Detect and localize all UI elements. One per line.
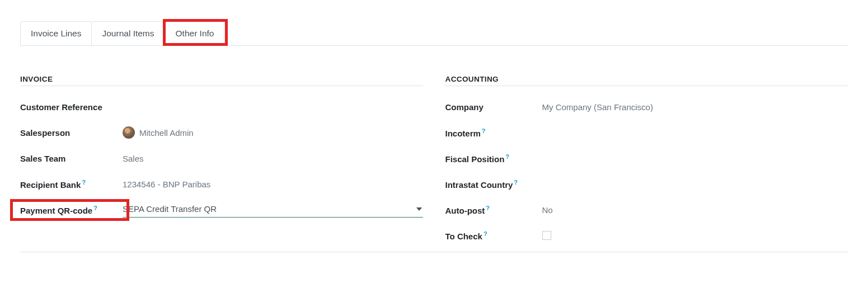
field-auto-post: Auto-post? No (445, 200, 848, 219)
payment-qr-code-select[interactable]: SEPA Credit Transfer QR (123, 202, 423, 218)
recipient-bank-value[interactable]: 1234546 - BNP Paribas (123, 180, 423, 189)
incoterm-label: Incoterm? (445, 128, 542, 138)
chevron-down-icon (416, 207, 422, 211)
form-other-info: INVOICE Customer Reference Salesperson M… (20, 46, 848, 252)
field-recipient-bank: Recipient Bank? 1234546 - BNP Paribas (20, 174, 423, 193)
help-icon[interactable]: ? (93, 205, 97, 211)
help-icon[interactable]: ? (514, 179, 518, 186)
section-invoice: INVOICE Customer Reference Salesperson M… (20, 75, 423, 252)
help-icon[interactable]: ? (484, 230, 487, 237)
salesperson-name: Mitchell Admin (139, 128, 194, 138)
help-icon[interactable]: ? (82, 179, 86, 186)
help-icon[interactable]: ? (482, 128, 486, 134)
field-fiscal-position: Fiscal Position? (445, 149, 848, 168)
tab-journal-items[interactable]: Journal Items (91, 21, 165, 46)
company-label: Company (445, 102, 542, 112)
company-value[interactable]: My Company (San Francisco) (542, 102, 848, 112)
header-cutoff: Journal Customer Invoices in USD (20, 0, 848, 2)
payment-qr-code-label: Payment QR-code? (20, 205, 97, 215)
auto-post-value[interactable]: No (542, 205, 848, 215)
salesperson-value[interactable]: Mitchell Admin (123, 126, 423, 139)
tab-invoice-lines[interactable]: Invoice Lines (20, 21, 92, 46)
intrastat-country-label: Intrastat Country? (445, 179, 542, 190)
sales-team-value[interactable]: Sales (123, 154, 423, 163)
field-incoterm: Incoterm? (445, 123, 848, 142)
help-icon[interactable]: ? (505, 153, 509, 160)
sales-team-label: Sales Team (20, 154, 123, 163)
field-salesperson: Salesperson Mitchell Admin (20, 123, 423, 142)
section-title-invoice: INVOICE (20, 75, 423, 86)
customer-reference-label: Customer Reference (20, 102, 123, 112)
field-to-check: To Check? (445, 226, 848, 245)
help-icon[interactable]: ? (486, 205, 490, 211)
auto-post-label: Auto-post? (445, 205, 542, 215)
salesperson-label: Salesperson (20, 128, 123, 138)
section-title-accounting: ACCOUNTING (445, 75, 848, 86)
payment-qr-code-value: SEPA Credit Transfer QR (123, 204, 217, 214)
to-check-checkbox[interactable] (542, 231, 551, 240)
fiscal-position-label: Fiscal Position? (445, 153, 542, 164)
tabs: Invoice Lines Journal Items Other Info (20, 21, 848, 46)
field-intrastat-country: Intrastat Country? (445, 174, 848, 193)
field-customer-reference: Customer Reference (20, 97, 423, 116)
avatar (123, 126, 135, 139)
field-payment-qr-code: Payment QR-code? SEPA Credit Transfer QR (20, 200, 423, 219)
tab-other-info[interactable]: Other Info (165, 21, 225, 46)
section-accounting: ACCOUNTING Company My Company (San Franc… (445, 75, 848, 252)
recipient-bank-label: Recipient Bank? (20, 179, 123, 190)
to-check-label: To Check? (445, 230, 542, 241)
field-sales-team: Sales Team Sales (20, 149, 423, 168)
field-company: Company My Company (San Francisco) (445, 97, 848, 116)
